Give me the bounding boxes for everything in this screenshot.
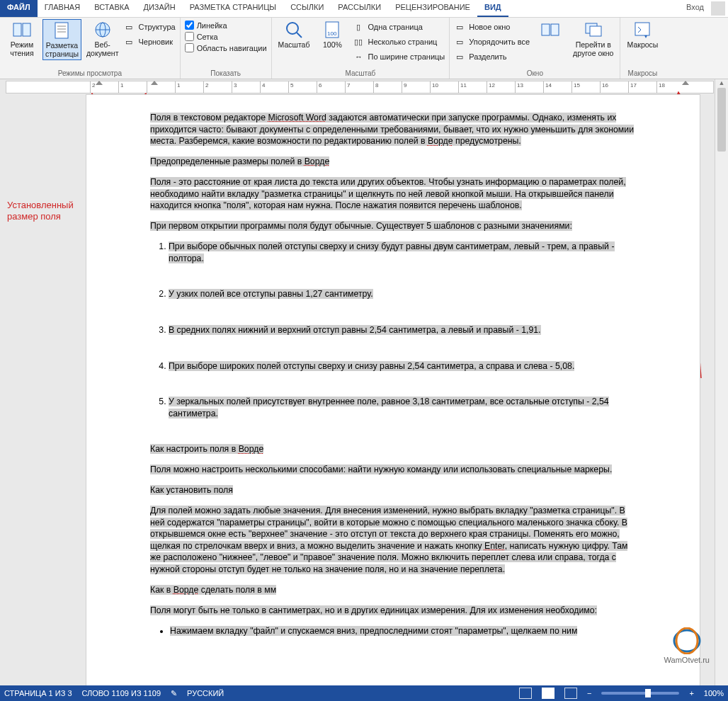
tab-home[interactable]: ГЛАВНАЯ	[38, 0, 87, 17]
svg-rect-2	[55, 23, 68, 38]
windows-icon	[540, 21, 560, 39]
zoom-button[interactable]: Масштаб	[276, 19, 312, 50]
new-window-button[interactable]: ▭Новое окно	[454, 21, 530, 33]
t10: Поля могут быть не только в сантиметрах,…	[150, 605, 597, 615]
arrange-all-button[interactable]: ▭Упорядочить все	[454, 35, 530, 48]
t2b: Ворде	[305, 156, 330, 166]
web-layout-button[interactable]: Веб- документ	[84, 19, 120, 59]
zoom-in-button[interactable]: +	[689, 689, 693, 697]
status-page[interactable]: СТРАНИЦА 1 ИЗ 3	[4, 689, 72, 697]
view-read-icon[interactable]	[519, 688, 532, 699]
view-web-icon[interactable]	[564, 688, 577, 699]
page-width-label: По ширине страницы	[368, 52, 445, 61]
side-by-side-button[interactable]	[533, 19, 568, 40]
zoom-100-button[interactable]: 100 100%	[314, 19, 350, 50]
li5: У зеркальных полей присутствует внутренн…	[169, 397, 609, 418]
structure-button[interactable]: ▭ Структура	[123, 21, 175, 33]
page-width-button[interactable]: ↔По ширине страницы	[353, 50, 445, 63]
zoom-100-label: 100%	[323, 40, 342, 49]
nav-checkbox-label: Область навигации	[197, 44, 267, 52]
read-mode-label: Режим чтения	[10, 40, 33, 57]
status-words[interactable]: СЛОВО 1109 ИЗ 1109	[82, 689, 161, 697]
multi-page-button[interactable]: ▯▯Несколько страниц	[353, 35, 445, 48]
page-100-icon: 100	[322, 21, 342, 39]
svg-point-23	[676, 628, 698, 654]
print-layout-button[interactable]: Разметка страницы	[42, 19, 81, 60]
status-language[interactable]: РУССКИЙ	[187, 689, 224, 697]
li4: При выборе широких полей отступы сверху …	[169, 361, 574, 371]
book-icon	[12, 21, 32, 39]
new-window-label: Новое окно	[469, 23, 510, 31]
t1a: Поля в текстовом редакторе	[150, 113, 268, 122]
split-label: Разделить	[469, 52, 506, 61]
zoom-label: Масштаб	[278, 40, 310, 49]
svg-rect-14	[551, 24, 559, 35]
zoom-value[interactable]: 100%	[704, 689, 724, 697]
vertical-scrollbar[interactable]: ▲ ▼	[715, 79, 728, 693]
print-layout-label: Разметка страницы	[45, 41, 79, 58]
watermark: WamOtvet.ru	[664, 627, 710, 664]
grid-checkbox[interactable]: Сетка	[185, 32, 267, 41]
svg-rect-16	[590, 26, 601, 36]
scroll-up-icon[interactable]: ▲	[715, 79, 728, 88]
zoom-out-button[interactable]: −	[587, 689, 591, 697]
svg-marker-18	[644, 35, 647, 38]
group-macros-label: Макросы	[625, 69, 660, 79]
t1d: Ворде	[428, 136, 453, 146]
tab-review[interactable]: РЕЦЕНЗИРОВАНИЕ	[388, 0, 477, 17]
group-macros: Макросы Макросы	[620, 18, 664, 79]
t3: Поля - это расстояние от края листа до т…	[150, 177, 626, 210]
view-print-icon[interactable]	[542, 688, 554, 699]
ruler-checkbox[interactable]: Линейка	[185, 21, 267, 30]
tab-insert[interactable]: ВСТАВКА	[87, 0, 136, 17]
macros-icon	[632, 21, 652, 39]
tab-view[interactable]: ВИД	[477, 0, 508, 17]
one-page-label: Одна страница	[368, 23, 422, 31]
tab-refs[interactable]: ССЫЛКИ	[283, 0, 331, 17]
nav-checkbox[interactable]: Область навигации	[185, 43, 267, 52]
multi-page-icon: ▯▯	[353, 36, 364, 47]
tab-file[interactable]: ФАЙЛ	[0, 0, 38, 17]
tab-design[interactable]: ДИЗАЙН	[136, 0, 182, 17]
group-views: Режим чтения Разметка страницы Веб- доку…	[0, 18, 181, 79]
status-bar: СТРАНИЦА 1 ИЗ 3 СЛОВО 1109 ИЗ 1109 ✎ РУС…	[0, 685, 728, 701]
page-width-icon: ↔	[353, 51, 364, 62]
scroll-thumb[interactable]	[717, 88, 726, 152]
t2a: Предопределенные размеры полей в	[150, 156, 305, 166]
group-zoom-label: Масштаб	[276, 69, 445, 79]
horizontal-ruler[interactable]: 21123456789101112131415161718	[6, 81, 714, 93]
one-page-button[interactable]: ▯Одна страница	[353, 21, 445, 33]
status-proof-icon[interactable]: ✎	[171, 689, 177, 698]
tab-layout[interactable]: РАЗМЕТКА СТРАНИЦЫ	[183, 0, 283, 17]
read-mode-button[interactable]: Режим чтения	[4, 19, 40, 59]
draft-button[interactable]: ▭ Черновик	[123, 35, 175, 48]
split-button[interactable]: ▭Разделить	[454, 50, 530, 63]
user-avatar-icon[interactable]	[711, 1, 725, 16]
switch-window-label: Перейти в другое окно	[573, 40, 613, 57]
t4: При первом открытии программы поля будут…	[150, 221, 572, 231]
group-show-label: Показать	[185, 69, 267, 79]
globe-icon	[93, 21, 113, 39]
t6: Поля можно настроить несколькими способа…	[150, 465, 612, 474]
t5a: Как настроить поля в	[150, 444, 239, 454]
watermark-text: WamOtvet.ru	[664, 656, 710, 664]
draft-icon: ▭	[123, 36, 135, 47]
annotation-size: Установленный размер поля	[7, 200, 74, 223]
tab-mailings[interactable]: РАССЫЛКИ	[331, 0, 388, 17]
multi-page-label: Несколько страниц	[368, 38, 437, 46]
outline-icon: ▭	[123, 21, 135, 33]
switch-window-button[interactable]: Перейти в другое окно	[571, 19, 615, 59]
bl1: Нажимаем вкладку "файл" и спускаемся вни…	[170, 626, 577, 636]
group-window: ▭Новое окно ▭Упорядочить все ▭Разделить …	[450, 18, 620, 79]
svg-rect-0	[13, 23, 21, 36]
one-page-icon: ▯	[353, 21, 364, 33]
t9c: сделать поля в мм	[198, 585, 276, 595]
login-link[interactable]: Вход	[682, 0, 708, 17]
zoom-slider[interactable]	[601, 692, 679, 695]
page-icon	[52, 21, 72, 40]
macros-button[interactable]: Макросы	[625, 19, 660, 50]
t1e: предусмотрены.	[453, 136, 521, 146]
arrange-all-label: Упорядочить все	[469, 38, 530, 46]
document-page[interactable]: Поля в текстовом редакторе Microsoft Wor…	[86, 95, 700, 693]
t5b: Ворде	[239, 444, 264, 454]
